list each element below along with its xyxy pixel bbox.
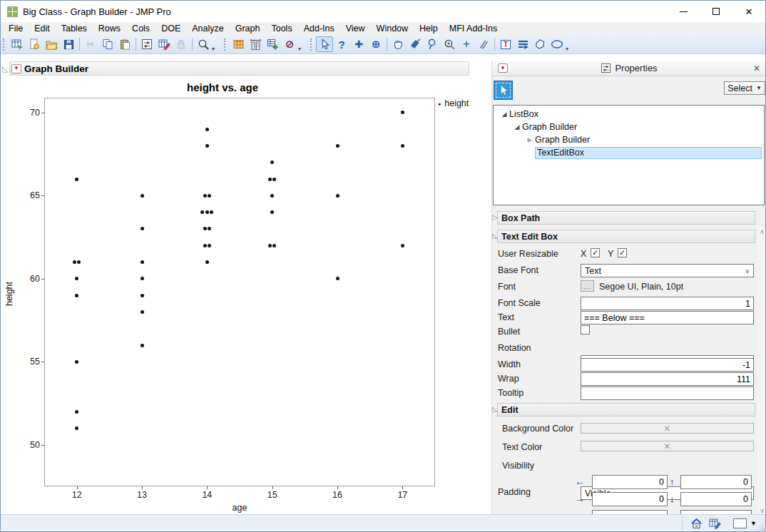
new-journal-button[interactable]: [26, 36, 43, 52]
menu-item-rows[interactable]: Rows: [93, 23, 126, 34]
data-point[interactable]: [141, 344, 144, 347]
menu-item-doe[interactable]: DOE: [155, 23, 186, 34]
menu-item-mfi-add-ins[interactable]: MFI Add-Ins: [444, 23, 503, 34]
data-point[interactable]: [268, 178, 272, 181]
tooltip-input[interactable]: [581, 387, 754, 400]
open-button[interactable]: [43, 36, 60, 52]
y-resizable-checkbox[interactable]: ✓: [618, 248, 627, 257]
split-columns-button[interactable]: [247, 36, 264, 52]
window-resize-grip[interactable]: [756, 522, 765, 531]
data-point[interactable]: [401, 144, 404, 148]
toolbar-overflow-caret-icon[interactable]: ▾: [212, 46, 215, 52]
menu-item-window[interactable]: Window: [371, 23, 414, 34]
tree-item-graph-builder[interactable]: ◢ Graph Builder: [494, 121, 764, 133]
data-point[interactable]: [268, 244, 272, 247]
data-point[interactable]: [208, 244, 211, 247]
data-point[interactable]: [203, 244, 207, 247]
padding-right-input[interactable]: [592, 492, 668, 506]
maximize-button[interactable]: [700, 1, 732, 22]
tree-collapsed-icon[interactable]: ▶: [525, 136, 535, 143]
legend-label[interactable]: height: [444, 98, 469, 108]
menu-item-tools[interactable]: Tools: [265, 23, 297, 34]
text-input[interactable]: [581, 311, 754, 324]
exclude-button[interactable]: ⊘: [281, 36, 298, 52]
edit-section-header[interactable]: Edit: [497, 403, 755, 416]
add-rows-button[interactable]: [264, 36, 281, 52]
panel-close-icon[interactable]: ✕: [753, 63, 760, 73]
select-dropdown-button[interactable]: Select ▼: [724, 81, 765, 95]
cut-button[interactable]: ✂: [82, 36, 99, 52]
tree-expanded-icon[interactable]: ◢: [512, 123, 522, 131]
select-arrow-tool-button[interactable]: [316, 36, 333, 52]
picker-tool-button[interactable]: [494, 81, 513, 100]
data-point[interactable]: [336, 277, 339, 280]
padding-bottom-input[interactable]: [680, 492, 752, 506]
data-point[interactable]: [75, 360, 78, 364]
data-point[interactable]: [75, 178, 78, 181]
data-point[interactable]: [73, 260, 76, 264]
data-point[interactable]: [205, 260, 209, 264]
close-button[interactable]: ✕: [732, 1, 765, 22]
target-tool-button[interactable]: ⊕: [367, 36, 384, 52]
menu-item-file[interactable]: File: [3, 23, 29, 34]
menu-item-tables[interactable]: Tables: [56, 23, 93, 34]
crosshair-tool-button[interactable]: +: [458, 36, 475, 52]
properties-window-button[interactable]: [138, 36, 155, 52]
data-point[interactable]: [141, 260, 144, 264]
font-picker-button[interactable]: ...: [581, 280, 594, 292]
data-point[interactable]: [205, 144, 209, 148]
save-button[interactable]: [60, 36, 77, 52]
search-button[interactable]: [195, 36, 212, 52]
x-resizable-checkbox[interactable]: ✓: [591, 248, 600, 257]
annotate-line-tool-button[interactable]: [475, 36, 492, 52]
data-point[interactable]: [75, 294, 78, 297]
graph-builder-outline-header[interactable]: ▼ Graph Builder: [9, 61, 469, 76]
home-icon[interactable]: [690, 518, 703, 529]
tree-item-texteditbox[interactable]: TextEditBox: [494, 146, 764, 159]
new-data-table-button[interactable]: [9, 36, 26, 52]
arrange-lines-tool-button[interactable]: [514, 36, 531, 52]
data-point[interactable]: [336, 194, 339, 198]
box-path-section-header[interactable]: Box Path: [497, 211, 755, 225]
plot-title[interactable]: height vs. age: [1, 81, 444, 93]
tree-expanded-icon[interactable]: ◢: [499, 111, 509, 118]
padding-top-input[interactable]: [680, 475, 752, 489]
font-scale-input[interactable]: [581, 297, 754, 310]
x-axis-label[interactable]: age: [44, 503, 435, 513]
wrap-input[interactable]: [581, 372, 754, 386]
oval-tool-button[interactable]: [548, 36, 566, 52]
text-edit-box-section-header[interactable]: Text Edit Box: [497, 230, 755, 243]
scrollbar[interactable]: ∧ ∨: [757, 227, 766, 516]
data-point[interactable]: [205, 128, 209, 131]
data-point[interactable]: [141, 277, 144, 280]
plot-frame[interactable]: [44, 98, 435, 486]
menu-item-graph[interactable]: Graph: [230, 23, 266, 34]
data-point[interactable]: [141, 194, 144, 198]
edit-table-script-button[interactable]: [155, 36, 173, 52]
data-point[interactable]: [203, 194, 207, 198]
annotate-text-tool-button[interactable]: T: [497, 36, 514, 52]
menu-item-help[interactable]: Help: [414, 23, 444, 34]
menu-item-view[interactable]: View: [340, 23, 371, 34]
text-color-swatch[interactable]: ✕: [581, 441, 754, 451]
paste-button[interactable]: [116, 36, 133, 52]
row-state-color-swatch[interactable]: [733, 518, 747, 528]
toolbar-grip[interactable]: [224, 39, 228, 51]
polygon-tool-button[interactable]: [531, 36, 548, 52]
data-point[interactable]: [208, 194, 211, 198]
zoom-in-tool-button[interactable]: [441, 36, 458, 52]
toolbar-overflow-caret-icon[interactable]: ▾: [298, 46, 301, 52]
data-point[interactable]: [336, 144, 339, 148]
lock-button[interactable]: [173, 36, 190, 52]
tree-item-graph-builder-inner[interactable]: ▶ Graph Builder: [494, 133, 764, 146]
base-font-dropdown[interactable]: Text ∨: [581, 264, 754, 277]
width-input[interactable]: [581, 358, 754, 372]
row-state-caret-icon[interactable]: ▼: [750, 520, 757, 527]
red-triangle-menu-button[interactable]: ▼: [498, 63, 508, 73]
selected-tree-item[interactable]: TextEditBox: [535, 147, 762, 159]
menu-item-add-ins[interactable]: Add-Ins: [298, 23, 340, 34]
data-point[interactable]: [141, 310, 144, 314]
outline-disclosure-icon[interactable]: ◺: [2, 64, 8, 73]
help-tool-button[interactable]: ?: [333, 36, 350, 52]
scroll-down-icon[interactable]: ∨: [757, 507, 766, 514]
